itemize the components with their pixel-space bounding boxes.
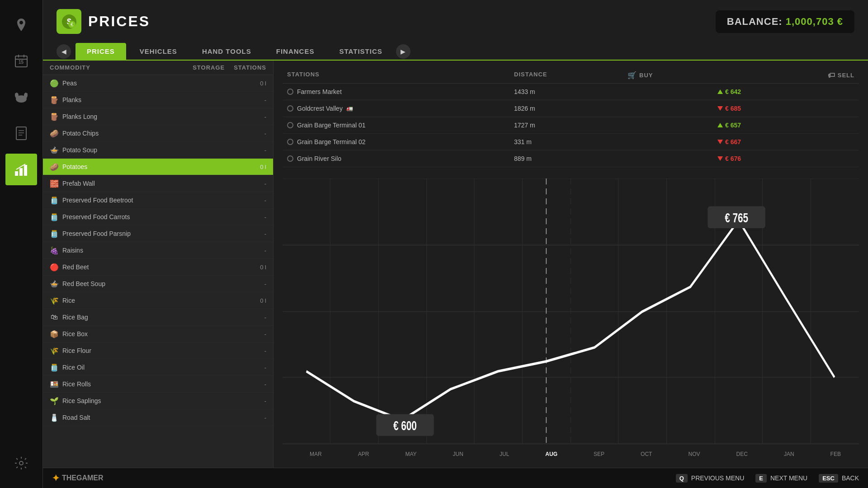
commodity-name: Raisins xyxy=(62,247,249,254)
sidebar-item-prices[interactable] xyxy=(5,154,37,185)
brand-logo: ✦ THEGAMER xyxy=(52,473,104,483)
station-row[interactable]: Grain Barge Terminal 01 1727 m € 657 xyxy=(283,117,859,134)
buy-price: € 642 xyxy=(627,88,741,95)
tab-hand-tools[interactable]: HAND TOOLS xyxy=(191,43,263,60)
balance-amount: 1,000,703 € xyxy=(786,16,843,27)
station-transport-icon: 🚛 xyxy=(346,105,353,112)
commodity-icon: 🫙 xyxy=(50,212,59,221)
col-commodity: COMMODITY xyxy=(50,64,193,71)
price-down-arrow xyxy=(717,156,723,161)
commodity-icon: 🥔 xyxy=(50,162,59,171)
chart-month-label: SEP xyxy=(594,451,604,457)
commodity-row[interactable]: 🫙 Preserved Food Carrots - xyxy=(43,209,273,225)
commodity-icon: 🧱 xyxy=(50,179,59,188)
commodity-name: Prefab Wall xyxy=(62,180,249,187)
commodity-storage: - xyxy=(253,214,266,221)
commodity-name: Rice Bag xyxy=(62,314,249,321)
commodity-row[interactable]: 🥔 Potatoes 0 l xyxy=(43,159,273,175)
price-up-arrow xyxy=(717,123,723,127)
tab-finances[interactable]: FINANCES xyxy=(265,43,326,60)
commodity-name: Rice Box xyxy=(62,330,249,338)
commodity-icon: 🍲 xyxy=(50,145,59,155)
sidebar-item-contracts[interactable] xyxy=(5,117,37,149)
commodity-row[interactable]: 🍲 Red Beet Soup - xyxy=(43,276,273,292)
commodity-row[interactable]: 🧱 Prefab Wall - xyxy=(43,175,273,192)
commodity-icon: 🟢 xyxy=(50,79,59,88)
station-row[interactable]: Grain Barge Terminal 02 331 m € 667 xyxy=(283,134,859,150)
commodity-icon: 🍲 xyxy=(50,279,59,288)
commodity-row[interactable]: 🍱 Rice Rolls - xyxy=(43,376,273,393)
svg-rect-16 xyxy=(24,165,27,176)
commodity-row[interactable]: 🌾 Rice 0 l xyxy=(43,292,273,309)
commodity-name: Rice xyxy=(62,297,249,304)
commodity-row[interactable]: 🌾 Rice Flour - xyxy=(43,343,273,359)
sidebar-item-calendar[interactable]: 15 xyxy=(5,45,37,77)
commodity-row[interactable]: 🫙 Preserved Food Beetroot - xyxy=(43,192,273,209)
commodity-storage: - xyxy=(253,230,266,237)
commodity-row[interactable]: 📦 Rice Box - xyxy=(43,326,273,343)
commodity-row[interactable]: 🌱 Rice Saplings - xyxy=(43,393,273,409)
chart-month-label: NOV xyxy=(688,451,700,457)
balance-box: BALANCE: 1,000,703 € xyxy=(716,10,854,33)
commodity-icon: 🍇 xyxy=(50,246,59,255)
commodity-icon: 🫙 xyxy=(50,229,59,238)
logo-text: THEGAMER xyxy=(62,474,104,482)
tab-prev-btn[interactable]: ◀ xyxy=(57,44,71,59)
commodity-storage: - xyxy=(253,414,266,421)
chart-month-label: AUG xyxy=(545,451,557,457)
stations-header: STATIONS DISTANCE 🛒 BUY 🏷 SELL xyxy=(283,67,859,84)
commodity-name: Preserved Food Beetroot xyxy=(62,197,249,204)
tab-next-btn[interactable]: ▶ xyxy=(396,44,410,59)
tab-vehicles[interactable]: VEHICLES xyxy=(128,43,189,60)
tab-statistics[interactable]: STATISTICS xyxy=(328,43,393,60)
commodity-panel: COMMODITY STORAGE STATIONS 🟢 Peas 0 l 🪵 … xyxy=(43,61,274,469)
sidebar: 15 xyxy=(0,0,43,488)
commodity-list: 🟢 Peas 0 l 🪵 Planks - 🪵 Planks Long - 🥔 … xyxy=(43,75,273,469)
station-distance: 1826 m xyxy=(514,105,627,112)
station-name: Goldcrest Valley 🚛 xyxy=(287,105,514,112)
commodity-header: COMMODITY STORAGE STATIONS xyxy=(43,61,273,75)
svg-point-8 xyxy=(15,93,17,95)
commodity-name: Rice Flour xyxy=(62,347,249,354)
chart-section: € 765 € 600 MARAPRMAYJUNJULAUGSEPOCTNOVD… xyxy=(274,174,868,469)
prev-menu-label: PREVIOUS MENU xyxy=(691,474,744,482)
next-menu-btn[interactable]: E NEXT MENU xyxy=(755,474,807,483)
commodity-storage: - xyxy=(253,130,266,137)
price-up-arrow xyxy=(717,89,723,94)
commodity-row[interactable]: 🫙 Preserved Food Parsnip - xyxy=(43,225,273,242)
station-row[interactable]: Farmers Market 1433 m € 642 xyxy=(283,84,859,100)
commodity-row[interactable]: 🟢 Peas 0 l xyxy=(43,75,273,92)
station-dot xyxy=(287,89,293,95)
commodity-storage: - xyxy=(253,364,266,371)
esc-btn[interactable]: ESC BACK xyxy=(819,474,859,483)
commodity-row[interactable]: 🧂 Road Salt - xyxy=(43,409,273,426)
commodity-name: Potatoes xyxy=(62,163,249,170)
chart-month-label: DEC xyxy=(736,451,748,457)
station-row[interactable]: Goldcrest Valley 🚛 1826 m € 685 xyxy=(283,100,859,117)
station-row[interactable]: Grain River Silo 889 m € 676 xyxy=(283,150,859,167)
tab-prices[interactable]: PRICES xyxy=(75,43,126,60)
sidebar-item-map[interactable] xyxy=(5,9,37,41)
commodity-storage: 0 l xyxy=(253,80,266,87)
sidebar-item-settings[interactable] xyxy=(5,447,37,479)
commodity-row[interactable]: 🫙 Rice Oil - xyxy=(43,359,273,376)
commodity-storage: 0 l xyxy=(253,297,266,304)
chart-month-labels: MARAPRMAYJUNJULAUGSEPOCTNOVDECJANFEB xyxy=(283,449,859,457)
chart-month-label: JUN xyxy=(453,451,463,457)
commodity-row[interactable]: 🛍 Rice Bag - xyxy=(43,309,273,326)
commodity-name: Planks Long xyxy=(62,113,249,120)
prev-menu-btn[interactable]: Q PREVIOUS MENU xyxy=(676,474,745,483)
commodity-row[interactable]: 🍲 Potato Soup - xyxy=(43,142,273,159)
commodity-row[interactable]: 🥔 Potato Chips - xyxy=(43,125,273,142)
commodity-icon: 🌱 xyxy=(50,396,59,405)
chart-month-label: OCT xyxy=(641,451,652,457)
commodity-row[interactable]: 🍇 Raisins - xyxy=(43,242,273,259)
content-area: COMMODITY STORAGE STATIONS 🟢 Peas 0 l 🪵 … xyxy=(43,61,868,469)
buy-price: € 667 xyxy=(627,138,741,145)
sidebar-item-animals[interactable] xyxy=(5,81,37,113)
commodity-icon: 📦 xyxy=(50,329,59,338)
commodity-row[interactable]: 🔴 Red Beet 0 l xyxy=(43,259,273,276)
commodity-name: Potato Chips xyxy=(62,130,249,137)
commodity-row[interactable]: 🪵 Planks - xyxy=(43,92,273,108)
commodity-row[interactable]: 🪵 Planks Long - xyxy=(43,108,273,125)
